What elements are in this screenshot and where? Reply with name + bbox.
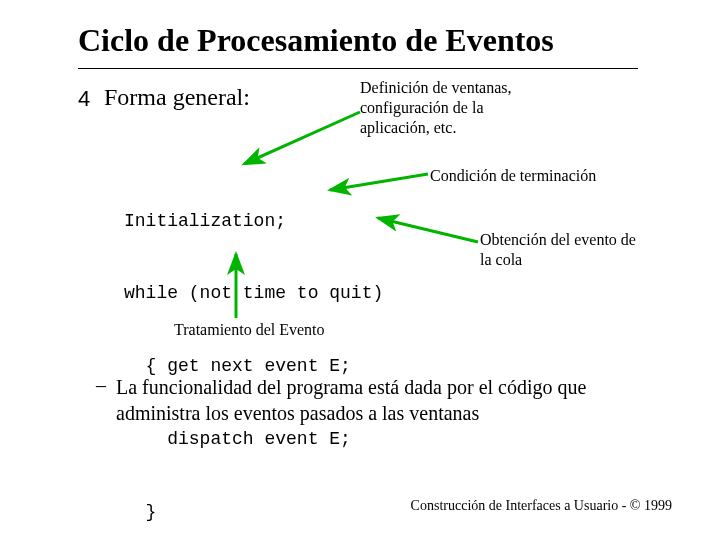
bullet-text: Forma general: <box>104 84 250 111</box>
title-divider <box>78 68 638 69</box>
summary-text: La funcionalidad del programa está dada … <box>116 374 646 426</box>
bullet-marker: 4 <box>78 86 90 112</box>
summary-dash: – <box>96 374 106 397</box>
arrow-definicion-icon <box>244 112 360 164</box>
annotation-condicion: Condición de terminación <box>430 166 650 186</box>
code-line-4: dispatch event E; <box>124 427 383 451</box>
footer-text: Construcción de Interfaces a Usuario - ©… <box>411 498 672 514</box>
annotation-tratamiento: Tratamiento del Evento <box>174 320 394 340</box>
code-line-2: while (not time to quit) <box>124 281 383 305</box>
slide: Ciclo de Procesamiento de Eventos 4 Form… <box>0 0 720 540</box>
arrow-obtencion-icon <box>378 218 478 242</box>
code-line-5: } <box>124 500 383 524</box>
page-title: Ciclo de Procesamiento de Eventos <box>78 22 554 59</box>
code-line-1: Initialization; <box>124 209 383 233</box>
code-block: Initialization; while (not time to quit)… <box>124 160 383 540</box>
annotation-obtencion: Obtención del evento de la cola <box>480 230 640 270</box>
annotation-definicion: Definición de ventanas, configuración de… <box>360 78 550 138</box>
